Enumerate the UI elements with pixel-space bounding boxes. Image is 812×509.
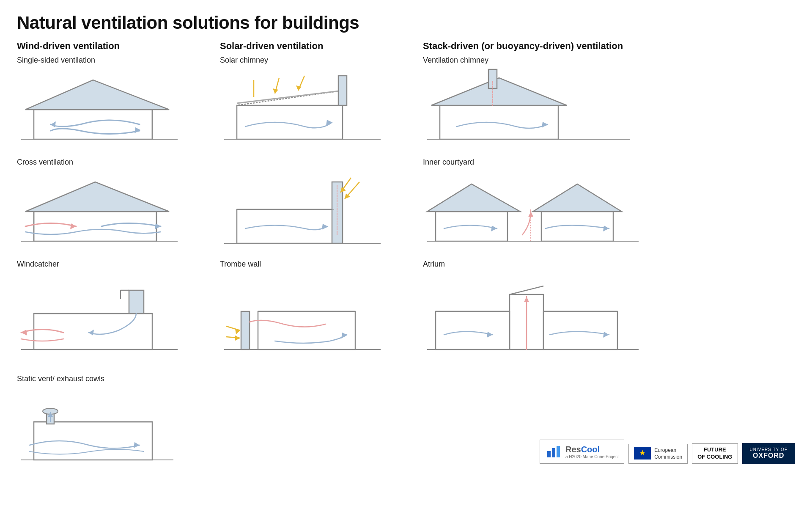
svg-rect-82 (552, 448, 555, 457)
logos-col: ResCool a H2020 Marie Curie Project ★ Eu… (199, 440, 795, 468)
svg-rect-7 (34, 212, 156, 241)
columns-header: Wind-driven ventilation Solar-driven ven… (17, 41, 795, 52)
diagram-solar-chimney: Solar chimney (220, 56, 402, 154)
label-windcatcher: Windcatcher (17, 260, 199, 269)
svg-rect-83 (557, 446, 560, 457)
svg-marker-53 (431, 78, 567, 105)
svg-marker-19 (89, 330, 94, 336)
label-single-sided: Single-sided ventilation (17, 56, 199, 65)
svg-rect-59 (541, 212, 613, 241)
col-header-solar: Solar-driven ventilation (220, 41, 402, 52)
svg-solar-chimney2 (220, 169, 402, 256)
col-header-stack: Stack-driven (or buoyancy-driven) ventil… (423, 41, 795, 52)
svg-marker-79 (134, 442, 140, 448)
svg-rect-54 (488, 69, 497, 88)
svg-marker-4 (51, 121, 56, 127)
svg-marker-12 (155, 223, 161, 229)
svg-inner-courtyard (423, 169, 795, 256)
svg-marker-63 (603, 226, 609, 231)
diagram-solar-chimney2 (220, 158, 402, 256)
diagram-atrium: Atrium (423, 260, 795, 362)
svg-marker-55 (542, 122, 548, 128)
column-solar: Solar chimney (220, 56, 402, 366)
svg-rect-52 (440, 105, 558, 139)
svg-marker-41 (322, 224, 328, 230)
page-container: Natural ventilation solutions for buildi… (0, 0, 812, 509)
page-title: Natural ventilation solutions for buildi… (17, 13, 795, 33)
svg-marker-61 (491, 226, 497, 231)
svg-marker-60 (533, 184, 622, 212)
col-header-wind: Wind-driven ventilation (17, 41, 199, 52)
rescool-icon (545, 443, 562, 461)
logo-future-cooling: FUTUREOF COOLING (692, 443, 738, 464)
diagram-windcatcher: Windcatcher (17, 260, 199, 362)
svg-marker-71 (487, 332, 493, 338)
svg-rect-33 (237, 209, 334, 243)
svg-marker-18 (21, 330, 27, 336)
svg-rect-45 (241, 311, 250, 349)
column-stack: Ventilation chimney (423, 56, 795, 366)
diagram-vent-chimney: Ventilation chimney (423, 56, 795, 154)
svg-rect-43 (258, 311, 355, 349)
svg-cross (17, 169, 199, 256)
svg-text:★: ★ (639, 448, 646, 457)
diagram-single-sided: Single-sided ventilation (17, 56, 199, 154)
oxford-text: UNIVERSITY OF (750, 447, 788, 452)
svg-marker-58 (427, 184, 520, 212)
content-grid: Single-sided ventilation (17, 56, 795, 366)
svg-marker-49 (235, 336, 240, 341)
label-static-vent: Static vent/ exhaust cowls (17, 374, 199, 383)
svg-static-vent (17, 386, 199, 468)
svg-marker-11 (70, 223, 76, 229)
diagram-trombe: Trombe wall (220, 260, 402, 362)
svg-rect-81 (547, 451, 551, 457)
label-vent-chimney: Ventilation chimney (423, 56, 795, 65)
oxford-name: OXFORD (753, 452, 784, 459)
diagram-inner-courtyard: Inner courtyard (423, 158, 795, 256)
svg-marker-2 (25, 80, 169, 110)
svg-line-24 (237, 91, 343, 103)
svg-marker-73 (603, 332, 609, 338)
svg-marker-8 (25, 182, 169, 212)
label-cross: Cross ventilation (17, 158, 199, 167)
svg-vent-chimney (423, 67, 795, 154)
svg-marker-30 (296, 85, 302, 91)
svg-atrium (423, 271, 795, 362)
label-atrium: Atrium (423, 260, 795, 269)
svg-trombe (220, 271, 402, 362)
svg-windcatcher (17, 271, 199, 362)
eu-text: EuropeanCommission (654, 447, 682, 460)
svg-marker-28 (273, 88, 278, 94)
column-wind: Single-sided ventilation (17, 56, 199, 366)
logo-eu: ★ EuropeanCommission (628, 444, 688, 464)
svg-rect-65 (436, 311, 510, 349)
bottom-row: Static vent/ exhaust cowls (17, 374, 795, 468)
svg-marker-5 (134, 127, 140, 133)
label-solar-chimney2 (220, 158, 402, 167)
svg-rect-69 (543, 311, 617, 349)
label-solar-chimney: Solar chimney (220, 56, 402, 65)
svg-rect-16 (129, 290, 144, 314)
svg-rect-57 (436, 212, 508, 241)
static-vent-col: Static vent/ exhaust cowls (17, 374, 199, 468)
svg-solar-chimney (220, 67, 402, 154)
label-trombe: Trombe wall (220, 260, 402, 269)
svg-rect-25 (338, 76, 347, 105)
eu-flag-icon: ★ (634, 447, 651, 461)
logo-rescool: ResCool a H2020 Marie Curie Project (540, 440, 624, 464)
future-cooling-text: FUTUREOF COOLING (697, 446, 732, 461)
label-inner-courtyard: Inner courtyard (423, 158, 795, 167)
svg-single-sided (17, 67, 199, 154)
logo-oxford: UNIVERSITY OF OXFORD (742, 443, 796, 464)
rescool-text: ResCool a H2020 Marie Curie Project (565, 445, 619, 459)
diagram-cross: Cross ventilation (17, 158, 199, 256)
svg-marker-72 (524, 297, 529, 302)
svg-line-68 (510, 286, 543, 294)
